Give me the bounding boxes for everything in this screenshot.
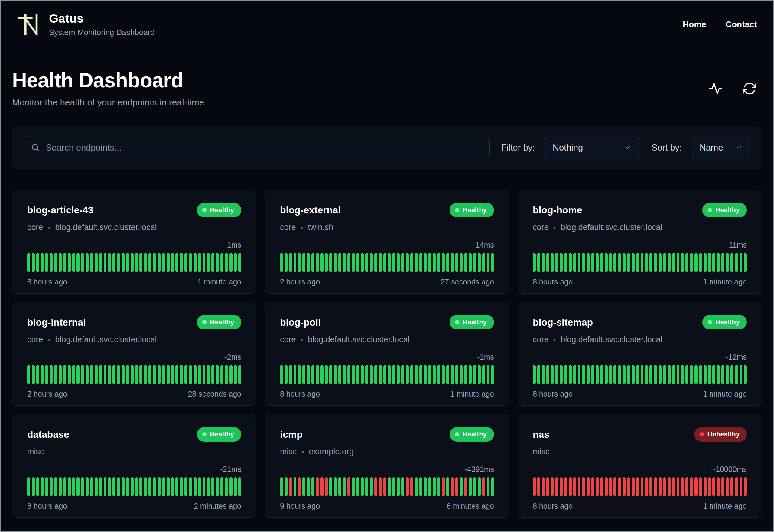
latency-bar[interactable] (27, 477, 30, 496)
latency-bar[interactable] (220, 477, 223, 496)
latency-bar[interactable] (464, 253, 467, 272)
latency-bar[interactable] (410, 477, 413, 496)
latency-bar[interactable] (167, 477, 170, 496)
latency-bar[interactable] (681, 477, 684, 496)
latency-bar[interactable] (298, 477, 301, 496)
latency-bar[interactable] (446, 477, 449, 496)
latency-bar[interactable] (659, 365, 662, 384)
latency-bar[interactable] (289, 365, 292, 384)
latency-bar[interactable] (144, 477, 147, 496)
latency-bar[interactable] (126, 253, 129, 272)
latency-bar[interactable] (99, 365, 102, 384)
latency-bar[interactable] (343, 365, 346, 384)
latency-bar[interactable] (609, 477, 612, 496)
latency-bar[interactable] (225, 477, 228, 496)
latency-bar[interactable] (139, 477, 142, 496)
latency-bar[interactable] (294, 477, 297, 496)
latency-bar[interactable] (654, 477, 657, 496)
latency-bar[interactable] (446, 365, 449, 384)
latency-bar[interactable] (455, 253, 458, 272)
latency-bar[interactable] (437, 365, 440, 384)
latency-bar[interactable] (36, 365, 39, 384)
sort-select[interactable]: Name (691, 136, 751, 159)
latency-bar[interactable] (356, 365, 359, 384)
latency-bar[interactable] (721, 365, 724, 384)
latency-bar[interactable] (36, 477, 39, 496)
latency-bar[interactable] (294, 365, 297, 384)
latency-bar[interactable] (211, 253, 214, 272)
endpoint-card[interactable]: blog-external Healthy core • twin.sh ~14… (265, 190, 509, 294)
latency-bar[interactable] (220, 253, 223, 272)
latency-bar[interactable] (225, 365, 228, 384)
latency-bar[interactable] (50, 365, 53, 384)
latency-bar[interactable] (491, 477, 494, 496)
latency-bar[interactable] (216, 477, 219, 496)
latency-bar[interactable] (744, 477, 747, 496)
latency-bar[interactable] (229, 477, 233, 496)
latency-bar[interactable] (623, 477, 626, 496)
latency-bar[interactable] (63, 365, 66, 384)
latency-bar[interactable] (180, 253, 183, 272)
latency-bar[interactable] (428, 253, 431, 272)
endpoint-card[interactable]: nas Unhealthy misc • ~10000ms 8 hours ag… (518, 414, 762, 518)
activity-toggle-button[interactable] (709, 82, 723, 96)
latency-bar[interactable] (356, 253, 359, 272)
latency-bar[interactable] (730, 365, 733, 384)
latency-bar[interactable] (491, 253, 494, 272)
latency-bar[interactable] (153, 477, 156, 496)
latency-bar[interactable] (555, 365, 558, 384)
latency-bar[interactable] (442, 477, 445, 496)
latency-bar[interactable] (708, 477, 711, 496)
latency-bar[interactable] (379, 477, 382, 496)
latency-bar[interactable] (487, 365, 490, 384)
latency-bar[interactable] (294, 253, 297, 272)
latency-bar[interactable] (560, 365, 563, 384)
latency-bar[interactable] (302, 365, 305, 384)
latency-bar[interactable] (117, 365, 120, 384)
latency-bar[interactable] (158, 253, 161, 272)
latency-bar[interactable] (334, 253, 337, 272)
latency-bar[interactable] (478, 477, 481, 496)
latency-bar[interactable] (68, 477, 71, 496)
latency-bar[interactable] (632, 365, 635, 384)
latency-bar[interactable] (551, 253, 554, 272)
latency-bar[interactable] (685, 365, 688, 384)
latency-bar[interactable] (442, 253, 445, 272)
latency-bar[interactable] (72, 365, 75, 384)
latency-bar[interactable] (533, 477, 536, 496)
latency-bar[interactable] (735, 253, 738, 272)
latency-bar[interactable] (234, 365, 237, 384)
latency-bar[interactable] (59, 477, 62, 496)
latency-bar[interactable] (374, 477, 377, 496)
latency-bar[interactable] (491, 365, 494, 384)
latency-bar[interactable] (690, 365, 693, 384)
latency-bar[interactable] (618, 365, 621, 384)
latency-bar[interactable] (573, 365, 576, 384)
latency-bar[interactable] (744, 365, 747, 384)
latency-bar[interactable] (338, 477, 341, 496)
latency-bar[interactable] (334, 365, 337, 384)
latency-bar[interactable] (649, 365, 652, 384)
latency-bar[interactable] (374, 253, 377, 272)
latency-bar[interactable] (551, 477, 554, 496)
latency-bar[interactable] (50, 253, 53, 272)
latency-bar[interactable] (184, 477, 187, 496)
latency-bar[interactable] (455, 365, 458, 384)
latency-bar[interactable] (473, 365, 476, 384)
latency-bar[interactable] (175, 253, 178, 272)
latency-bar[interactable] (663, 477, 666, 496)
latency-bar[interactable] (591, 253, 594, 272)
latency-bar[interactable] (108, 253, 111, 272)
latency-bar[interactable] (285, 477, 288, 496)
latency-bar[interactable] (144, 365, 147, 384)
latency-bar[interactable] (334, 477, 337, 496)
latency-bar[interactable] (298, 365, 301, 384)
latency-bar[interactable] (225, 253, 228, 272)
latency-bar[interactable] (419, 477, 422, 496)
latency-bar[interactable] (189, 365, 192, 384)
latency-bar[interactable] (460, 253, 463, 272)
latency-bar[interactable] (410, 365, 413, 384)
endpoint-card[interactable]: icmp Healthy misc • example.org ~4391ms … (265, 414, 509, 518)
latency-bar[interactable] (361, 253, 364, 272)
latency-bar[interactable] (76, 253, 80, 272)
